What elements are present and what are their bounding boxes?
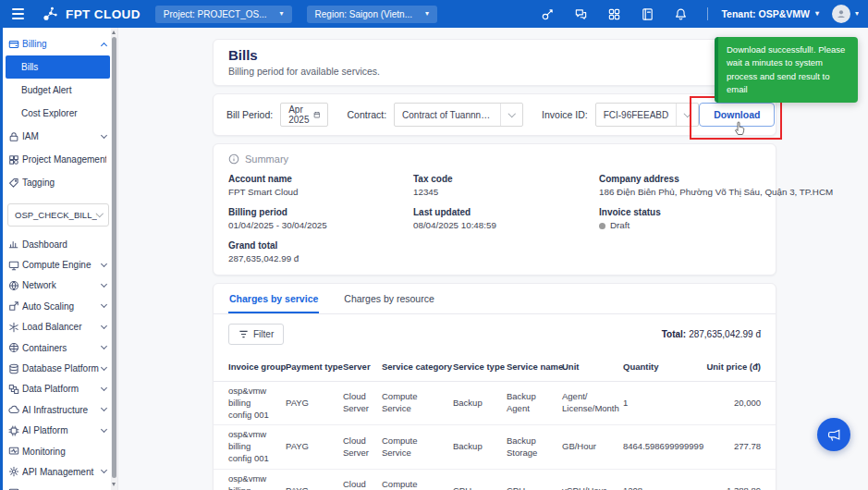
table-header: Invoice groupPayment typeServerService c… bbox=[214, 352, 776, 382]
sidebar-scrollbar[interactable] bbox=[111, 28, 117, 490]
sidebar-item-tagging[interactable]: Tagging bbox=[0, 171, 117, 194]
app-window: FPT CLOUD Project: PROJECT_OS... ▾ Regio… bbox=[0, 0, 868, 490]
docs-icon[interactable] bbox=[641, 7, 654, 21]
scroll-down-arrow[interactable] bbox=[112, 483, 116, 486]
invoice-id-select[interactable]: FCI-96FEEABD bbox=[595, 103, 700, 127]
table-cell: Backup Storage bbox=[507, 435, 562, 459]
sidebar-item-project-management[interactable]: Project Management bbox=[0, 148, 117, 171]
caret-down-icon: ▾ bbox=[425, 10, 429, 18]
table-row: osp&vmw billing config 001PAYGCloud Serv… bbox=[214, 470, 776, 490]
database-platform-icon bbox=[8, 363, 19, 374]
key-icon[interactable] bbox=[541, 7, 555, 21]
sidebar-item-label: Project Management bbox=[22, 154, 106, 165]
page-header-card: Bills Billing period for available servi… bbox=[213, 39, 776, 86]
table-cell: osp&vmw billing config 001 bbox=[228, 429, 286, 464]
chevron-down-icon bbox=[95, 210, 103, 217]
invoice-id-select-value: FCI-96FEEABD bbox=[596, 110, 677, 120]
chevron-down-icon bbox=[508, 110, 516, 117]
column-header-service-category: Service category bbox=[382, 361, 453, 372]
table-cell: CPU bbox=[453, 485, 507, 490]
caret-down-icon: ▾ bbox=[815, 10, 819, 18]
sidebar-accent-strip bbox=[0, 28, 3, 490]
sidebar-subitem-budget-alert[interactable]: Budget Alert bbox=[0, 79, 117, 102]
sidebar-item-item[interactable] bbox=[0, 483, 117, 490]
project-selector[interactable]: Project: PROJECT_OS... ▾ bbox=[155, 6, 292, 23]
tagging-icon bbox=[8, 178, 19, 189]
sidebar-item-compute-engine[interactable]: Compute Engine bbox=[0, 254, 117, 275]
sidebar-item-ai-infrastructure[interactable]: AI Infrastructure bbox=[0, 399, 117, 420]
billing-config-select[interactable]: OSP_CHECK_BILL_001 bbox=[7, 203, 109, 227]
sidebar-item-label: AI Platform bbox=[22, 425, 102, 435]
tab-charges-by-resource[interactable]: Charges by resource bbox=[343, 284, 434, 313]
table-cell: Backup bbox=[453, 441, 507, 453]
scroll-up-arrow[interactable] bbox=[112, 31, 116, 34]
apps-grid-icon[interactable] bbox=[607, 7, 621, 21]
status-dot bbox=[599, 223, 605, 229]
column-header-payment-type: Payment type bbox=[286, 361, 343, 372]
contract-select-value: Contract of Tuannn52... bbox=[395, 110, 500, 120]
chevron-down-icon bbox=[101, 405, 107, 411]
table-cell: Cloud Server bbox=[343, 479, 382, 490]
column-header-service-type: Service type bbox=[453, 361, 507, 372]
sidebar-item-containers[interactable]: Containers bbox=[0, 337, 117, 358]
table-cell: 20,000 bbox=[700, 398, 761, 410]
table-cell: Compute Service bbox=[382, 479, 453, 490]
summary-field-invoice-status: Invoice status Draft bbox=[599, 207, 833, 230]
table-cell: osp&vmw billing config 001 bbox=[228, 473, 286, 490]
sidebar: BillingBillsBudget AlertCost ExplorerIAM… bbox=[0, 28, 118, 490]
table-cell: Backup bbox=[453, 398, 507, 410]
sidebar-subitem-bills[interactable]: Bills bbox=[6, 55, 110, 79]
column-header-service-name: Service name bbox=[507, 361, 562, 372]
column-header-unit-price: Unit price (đ) bbox=[700, 361, 761, 372]
compute-engine-icon bbox=[8, 260, 19, 271]
sidebar-subitem-cost-explorer[interactable]: Cost Explorer bbox=[0, 102, 117, 125]
table-cell: vCPU/Hour bbox=[562, 485, 623, 490]
sidebar-menu-top: BillingBillsBudget AlertCost ExplorerIAM… bbox=[0, 28, 117, 194]
page-title: Bills bbox=[228, 47, 761, 63]
sidebar-item-dashboard[interactable]: Dashboard bbox=[0, 234, 117, 254]
chat-icon[interactable] bbox=[574, 7, 588, 21]
sidebar-item-label: Load Balancer bbox=[22, 322, 102, 332]
filter-icon bbox=[238, 329, 249, 339]
fpt-logo-icon bbox=[43, 6, 60, 23]
sidebar-item-api-management[interactable]: API Management bbox=[0, 461, 117, 482]
sidebar-item-data-platform[interactable]: Data Platform bbox=[0, 379, 117, 399]
table-cell: Cloud Server bbox=[343, 435, 382, 459]
announcement-fab[interactable] bbox=[817, 418, 850, 451]
sidebar-item-database-platform[interactable]: Database Platform bbox=[0, 358, 117, 378]
sidebar-item-label: Auto Scaling bbox=[22, 301, 102, 312]
page-subtitle: Billing period for available services. bbox=[228, 66, 761, 77]
sidebar-item-label: Billing bbox=[22, 39, 102, 49]
sidebar-item-ai-platform[interactable]: AI Platform bbox=[0, 421, 117, 441]
sidebar-item-monitoring[interactable]: Monitoring bbox=[0, 441, 117, 461]
chevron-down-icon bbox=[101, 323, 107, 329]
contract-select[interactable]: Contract of Tuannn52... bbox=[394, 103, 523, 127]
logo-text: FPT CLOUD bbox=[66, 7, 141, 21]
table-cell: PAYG bbox=[286, 485, 343, 490]
user-menu[interactable]: ▾ bbox=[832, 5, 859, 23]
network-icon bbox=[8, 280, 19, 291]
sidebar-item-iam[interactable]: IAM bbox=[0, 125, 117, 148]
sidebar-item-billing[interactable]: Billing bbox=[0, 32, 117, 55]
sidebar-item-label: Compute Engine bbox=[22, 260, 102, 270]
billing-config-select-value: OSP_CHECK_BILL_001 bbox=[15, 210, 97, 220]
summary-field-last-updated: Last updated 08/04/2025 10:48:59 bbox=[413, 207, 599, 230]
sidebar-item-network[interactable]: Network bbox=[0, 276, 117, 296]
sidebar-item-load-balancer[interactable]: Load Balancer bbox=[0, 317, 117, 337]
menu-toggle-icon[interactable] bbox=[12, 8, 24, 19]
region-selector[interactable]: Region: Saigon (Vietn... ▾ bbox=[307, 6, 437, 23]
bell-icon[interactable] bbox=[674, 7, 688, 21]
table-cell: PAYG bbox=[286, 398, 343, 410]
tenant-selector[interactable]: Tenant: OSP&VMW ▾ bbox=[721, 8, 819, 19]
scrollbar-thumb[interactable] bbox=[112, 37, 116, 478]
top-header: FPT CLOUD Project: PROJECT_OS... ▾ Regio… bbox=[0, 0, 868, 28]
monitoring-icon bbox=[8, 446, 19, 457]
ai-platform-icon bbox=[8, 425, 19, 436]
bill-period-input[interactable]: Apr 2025 bbox=[280, 103, 328, 127]
chevron-down-icon bbox=[101, 281, 107, 288]
tab-charges-by-service[interactable]: Charges by service bbox=[228, 284, 319, 313]
filter-button[interactable]: Filter bbox=[228, 324, 284, 345]
caret-down-icon: ▾ bbox=[280, 10, 284, 18]
sidebar-item-label: Network bbox=[22, 280, 102, 290]
sidebar-item-auto-scaling[interactable]: Auto Scaling bbox=[0, 296, 117, 316]
